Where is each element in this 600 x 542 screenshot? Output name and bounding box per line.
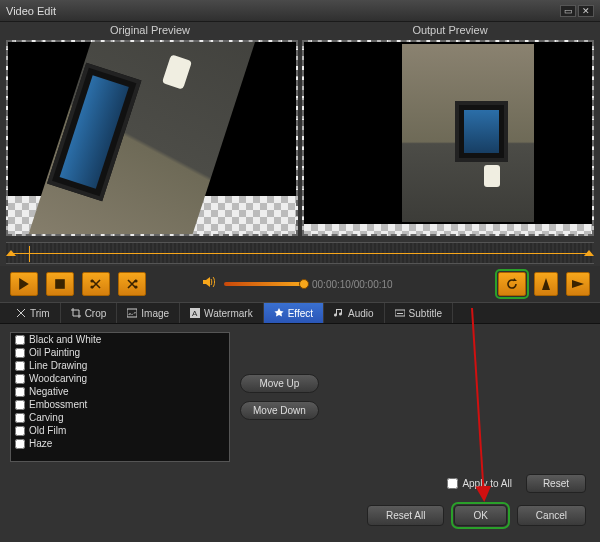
effect-item[interactable]: Embossment	[11, 398, 229, 411]
cancel-button[interactable]: Cancel	[517, 505, 586, 526]
effect-checkbox[interactable]	[15, 387, 25, 397]
effect-checkbox[interactable]	[15, 439, 25, 449]
volume-slider[interactable]	[224, 282, 304, 286]
effect-checkbox[interactable]	[15, 361, 25, 371]
effect-checkbox[interactable]	[15, 400, 25, 410]
effect-label: Embossment	[29, 399, 87, 410]
titlebar: Video Edit ▭ ✕	[0, 0, 600, 22]
effect-item[interactable]: Carving	[11, 411, 229, 424]
effect-checkbox[interactable]	[15, 335, 25, 345]
svg-point-4	[134, 279, 137, 282]
move-up-button[interactable]: Move Up	[240, 374, 319, 393]
volume-icon	[202, 275, 216, 293]
svg-point-1	[90, 285, 93, 288]
close-button[interactable]: ✕	[578, 5, 594, 17]
tab-image[interactable]: Image	[117, 303, 180, 323]
svg-point-2	[90, 279, 93, 282]
ok-button[interactable]: OK	[454, 505, 506, 526]
effect-item[interactable]: Woodcarving	[11, 372, 229, 385]
effect-label: Black and White	[29, 334, 101, 345]
effect-label: Woodcarving	[29, 373, 87, 384]
play-button[interactable]	[10, 272, 38, 296]
apply-to-all-checkbox[interactable]: Apply to All	[447, 478, 511, 489]
original-preview-pane[interactable]	[6, 40, 298, 236]
reset-all-button[interactable]: Reset All	[367, 505, 444, 526]
reset-button[interactable]: Reset	[526, 474, 586, 493]
effect-label: Old Film	[29, 425, 66, 436]
effect-label: Carving	[29, 412, 63, 423]
effect-item[interactable]: Line Drawing	[11, 359, 229, 372]
effect-item[interactable]: Old Film	[11, 424, 229, 437]
original-preview-label: Original Preview	[0, 22, 300, 40]
cut-end-button[interactable]	[118, 272, 146, 296]
effect-item[interactable]: Negative	[11, 385, 229, 398]
tab-subtitle[interactable]: Subtitle	[385, 303, 453, 323]
tab-effect[interactable]: Effect	[264, 303, 324, 323]
tab-trim[interactable]: Trim	[6, 303, 61, 323]
effect-checkbox[interactable]	[15, 348, 25, 358]
star-icon	[274, 308, 284, 318]
timeline[interactable]	[6, 242, 594, 264]
effect-checkbox[interactable]	[15, 413, 25, 423]
rotate-button[interactable]	[498, 272, 526, 296]
minimize-button[interactable]: ▭	[560, 5, 576, 17]
svg-text:A: A	[192, 309, 198, 318]
effect-list[interactable]: Black and WhiteOil PaintingLine DrawingW…	[10, 332, 230, 462]
tab-crop[interactable]: Crop	[61, 303, 118, 323]
tab-watermark[interactable]: A Watermark	[180, 303, 264, 323]
effect-label: Line Drawing	[29, 360, 87, 371]
svg-point-3	[134, 285, 137, 288]
stop-button[interactable]	[46, 272, 74, 296]
effect-label: Haze	[29, 438, 52, 449]
output-preview-label: Output Preview	[300, 22, 600, 40]
move-down-button[interactable]: Move Down	[240, 401, 319, 420]
timecode: 00:00:10/00:00:10	[312, 279, 393, 290]
window-title: Video Edit	[6, 5, 56, 17]
watermark-icon: A	[190, 308, 200, 318]
effect-item[interactable]: Haze	[11, 437, 229, 450]
cut-start-button[interactable]	[82, 272, 110, 296]
effect-checkbox[interactable]	[15, 374, 25, 384]
flip-vertical-button[interactable]	[566, 272, 590, 296]
apply-to-all-input[interactable]	[447, 478, 458, 489]
svg-rect-0	[55, 279, 65, 289]
scissors-icon	[16, 308, 26, 318]
note-icon	[334, 308, 344, 318]
effect-checkbox[interactable]	[15, 426, 25, 436]
output-preview-pane[interactable]	[302, 40, 594, 236]
svg-rect-9	[397, 313, 403, 314]
effect-label: Negative	[29, 386, 68, 397]
effect-item[interactable]: Oil Painting	[11, 346, 229, 359]
subtitle-icon	[395, 308, 405, 318]
flip-horizontal-button[interactable]	[534, 272, 558, 296]
image-icon	[127, 308, 137, 318]
crop-icon	[71, 308, 81, 318]
effect-label: Oil Painting	[29, 347, 80, 358]
effect-item[interactable]: Black and White	[11, 333, 229, 346]
tab-audio[interactable]: Audio	[324, 303, 385, 323]
